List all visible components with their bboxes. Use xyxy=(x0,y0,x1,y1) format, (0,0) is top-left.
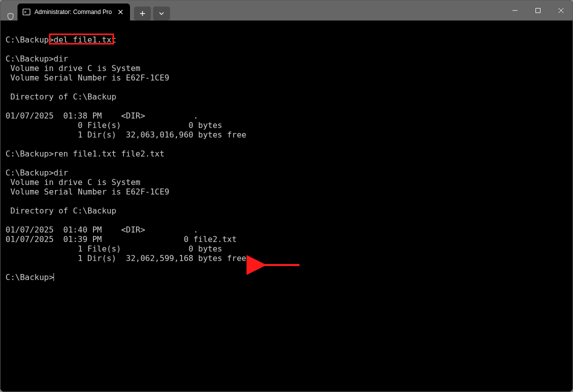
terminal-line: Volume Serial Number is E62F-1CE9 xyxy=(6,73,572,82)
terminal-line xyxy=(6,196,572,206)
svg-text:>_: >_ xyxy=(24,10,29,14)
minimize-button[interactable] xyxy=(504,0,526,20)
terminal-line xyxy=(6,26,572,35)
terminal-line: C:\Backup> xyxy=(6,272,572,282)
cursor xyxy=(54,273,54,281)
terminal-line: 0 File(s) 0 bytes xyxy=(6,120,572,130)
tab-title: Administrator: Command Pro xyxy=(34,8,112,16)
cmd-icon: >_ xyxy=(22,8,30,16)
terminal-line: C:\Backup>del file1.txt xyxy=(6,35,572,44)
terminal-line xyxy=(6,216,572,225)
svg-rect-7 xyxy=(536,8,540,13)
terminal-line: C:\Backup>dir xyxy=(6,168,572,178)
new-tab-button[interactable] xyxy=(134,6,151,20)
terminal-line: Volume in drive C is System xyxy=(6,64,572,73)
tab-active[interactable]: >_ Administrator: Command Pro xyxy=(18,4,130,20)
tab-dropdown-button[interactable] xyxy=(153,6,170,20)
tab-region: >_ Administrator: Command Pro xyxy=(0,0,170,20)
terminal-line: Volume in drive C is System xyxy=(6,178,572,187)
terminal-line: Directory of C:\Backup xyxy=(6,92,572,102)
terminal-output[interactable]: C:\Backup>del file1.txtC:\Backup>dir Vol… xyxy=(0,20,572,392)
terminal-line xyxy=(6,140,572,149)
maximize-button[interactable] xyxy=(526,0,550,20)
terminal-line: 01/07/2025 01:40 PM <DIR> . xyxy=(6,225,572,234)
terminal-line: 1 Dir(s) 32,063,016,960 bytes free xyxy=(6,130,572,140)
terminal-line: Directory of C:\Backup xyxy=(6,206,572,216)
terminal-window: >_ Administrator: Command Pro xyxy=(0,0,573,392)
window-controls xyxy=(504,0,572,20)
terminal-line: 1 File(s) 0 bytes xyxy=(6,244,572,254)
close-window-button[interactable] xyxy=(550,0,572,20)
terminal-line: C:\Backup>dir xyxy=(6,54,572,64)
terminal-line: 01/07/2025 01:38 PM <DIR> . xyxy=(6,111,572,120)
terminal-line xyxy=(6,263,572,272)
terminal-line xyxy=(6,44,572,54)
titlebar-drag-region[interactable] xyxy=(170,0,504,20)
terminal-line: Volume Serial Number is E62F-1CE9 xyxy=(6,187,572,196)
tab-close-button[interactable] xyxy=(116,8,125,16)
terminal-line xyxy=(6,158,572,168)
terminal-line xyxy=(6,82,572,92)
terminal-line: C:\Backup>ren file1.txt file2.txt xyxy=(6,149,572,158)
terminal-line: 1 Dir(s) 32,062,599,168 bytes free xyxy=(6,254,572,263)
terminal-line: 01/07/2025 01:39 PM 0 file2.txt xyxy=(6,234,572,244)
terminal-line xyxy=(6,102,572,111)
shield-icon xyxy=(4,12,18,20)
titlebar[interactable]: >_ Administrator: Command Pro xyxy=(0,0,572,20)
